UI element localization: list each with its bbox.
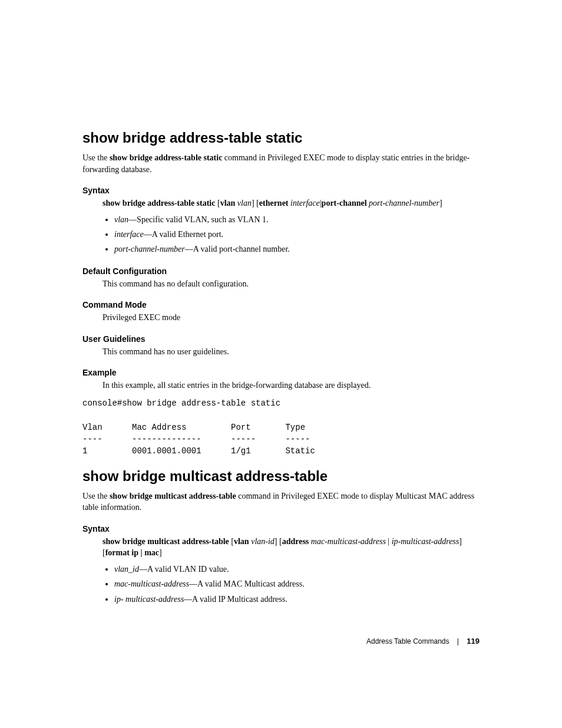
- user-guidelines-heading: User Guidelines: [82, 334, 480, 344]
- list-item: interface—A valid Ethernet port.: [114, 229, 480, 241]
- syntax2-line: show bridge multicast address-table [vla…: [103, 536, 480, 559]
- document-page: show bridge address-table static Use the…: [0, 0, 562, 728]
- command-mode-heading: Command Mode: [82, 300, 480, 309]
- list-item: vlan—Specific valid VLAN, such as VLAN 1…: [114, 214, 480, 226]
- syntax-line: show bridge address-table static [vlan v…: [103, 197, 480, 209]
- example-heading: Example: [82, 368, 480, 377]
- page-footer: Address Table Commands | 119: [366, 637, 480, 645]
- section1-intro: Use the show bridge address-table static…: [82, 152, 480, 175]
- list-item: port-channel-number—A valid port-channel…: [114, 243, 480, 255]
- syntax2-bullets: vlan_id—A valid VLAN ID value. mac-multi…: [114, 564, 480, 605]
- footer-separator: |: [457, 637, 459, 645]
- default-config-text: This command has no default configuratio…: [103, 278, 480, 290]
- list-item: ip- multicast-address—A valid IP Multica…: [114, 594, 480, 605]
- user-guidelines-text: This command has no user guidelines.: [103, 346, 480, 358]
- section1-title: show bridge address-table static: [82, 130, 480, 146]
- example-code: console#show bridge address-table static…: [82, 397, 480, 457]
- syntax2-heading: Syntax: [82, 524, 480, 533]
- page-number: 119: [467, 637, 480, 645]
- section2-intro: Use the show bridge multicast address-ta…: [82, 490, 480, 513]
- default-config-heading: Default Configuration: [82, 266, 480, 276]
- list-item: vlan_id—A valid VLAN ID value.: [114, 564, 480, 575]
- syntax-heading: Syntax: [82, 186, 480, 195]
- list-item: mac-multicast-address—A valid MAC Multic…: [114, 578, 480, 590]
- footer-section: Address Table Commands: [366, 637, 449, 645]
- section2-title: show bridge multicast address-table: [82, 468, 480, 485]
- command-mode-text: Privileged EXEC mode: [103, 312, 480, 324]
- example-text: In this example, all static entries in t…: [103, 380, 480, 391]
- syntax-bullets: vlan—Specific valid VLAN, such as VLAN 1…: [114, 214, 480, 256]
